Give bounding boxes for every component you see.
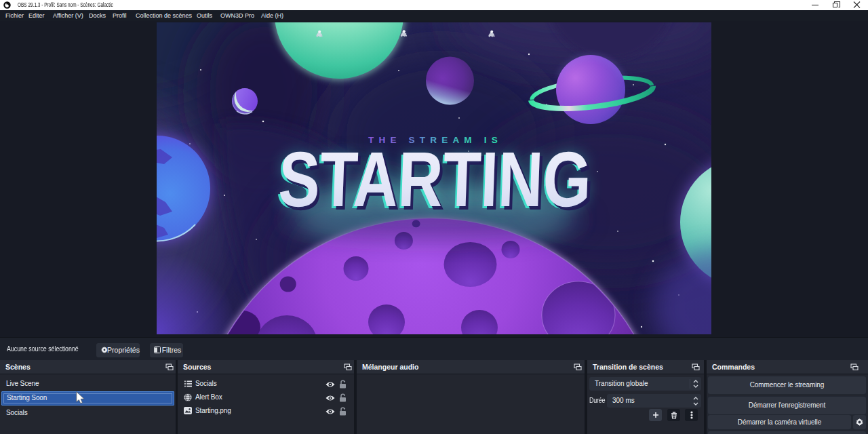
svg-text:STARTING: STARTING	[277, 136, 593, 222]
